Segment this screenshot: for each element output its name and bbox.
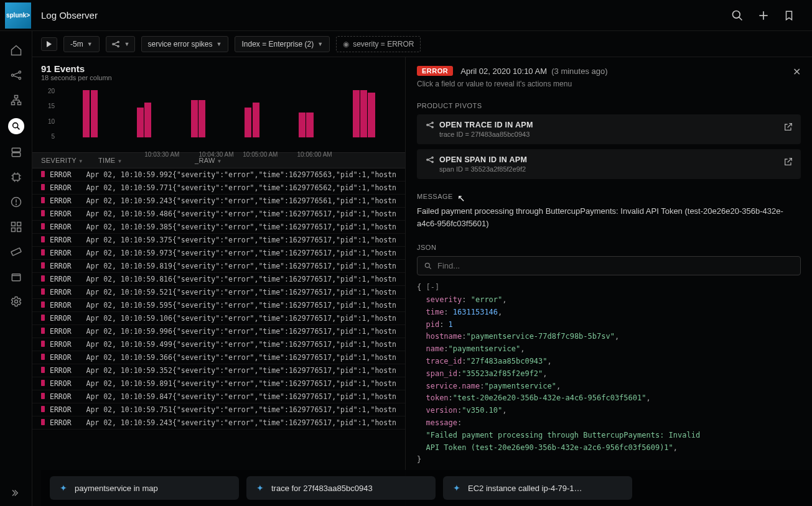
- detail-hint: Click a field or value to reveal it's ac…: [417, 80, 801, 88]
- search-icon[interactable]: [731, 9, 744, 22]
- table-row[interactable]: ERRORApr 02, 10:10:59.751{"severity":"er…: [32, 403, 405, 416]
- alert-icon[interactable]: [9, 195, 23, 209]
- server-icon[interactable]: [9, 145, 23, 159]
- log-observer-icon[interactable]: [8, 118, 24, 134]
- json-find-input[interactable]: [417, 256, 801, 275]
- bookmark-icon[interactable]: [783, 9, 796, 22]
- json-section-title: JSON: [417, 244, 801, 251]
- svg-line-43: [114, 42, 118, 44]
- external-link-icon[interactable]: [783, 122, 793, 132]
- svg-point-6: [19, 77, 21, 79]
- settings-icon[interactable]: [9, 295, 23, 308]
- svg-rect-37: [12, 274, 20, 281]
- table-row[interactable]: ERRORApr 02, 10:10:59.973{"severity":"er…: [32, 247, 405, 260]
- svg-rect-18: [12, 148, 20, 152]
- table-row[interactable]: ERRORApr 02, 10:10:59.352{"severity":"er…: [32, 364, 405, 377]
- table-row[interactable]: ERRORApr 02, 10:10:59.819{"severity":"er…: [32, 260, 405, 273]
- pivot-title-text: OPEN SPAN ID IN APM: [439, 155, 527, 164]
- time-range-label: -5m: [70, 40, 83, 48]
- side-nav: [0, 31, 32, 506]
- pivot-open-trace[interactable]: OPEN TRACE ID IN APM trace ID = 27f483aa…: [417, 114, 801, 144]
- severity-chip[interactable]: ◉severity = ERROR: [336, 36, 421, 52]
- svg-point-4: [11, 74, 13, 76]
- filter-label: Index = Enterprise (2): [241, 40, 314, 48]
- svg-rect-36: [11, 248, 21, 255]
- query-toolbar: -5m▼ ▼ service error spikes▼ Index = Ent…: [32, 31, 812, 57]
- svg-rect-10: [11, 102, 14, 104]
- svg-point-50: [427, 159, 428, 160]
- chip-label: severity = ERROR: [353, 40, 414, 48]
- svg-line-7: [13, 73, 18, 75]
- ruler-icon[interactable]: [9, 245, 23, 259]
- svg-point-46: [432, 122, 433, 123]
- svg-rect-20: [13, 174, 19, 180]
- graph-type-picker[interactable]: ▼: [106, 36, 135, 52]
- suggestion-card[interactable]: ✦paymentservice in map: [50, 476, 239, 500]
- events-pane: 91 Events 18 seconds per column 2015105 …: [32, 57, 406, 506]
- table-row[interactable]: ERRORApr 02, 10:10:59.992{"severity":"er…: [32, 168, 405, 182]
- graph-icon: ✦: [60, 483, 67, 493]
- filter-index[interactable]: Index = Enterprise (2)▼: [235, 36, 330, 52]
- table-row[interactable]: ERRORApr 02, 10:10:59.816{"severity":"er…: [32, 273, 405, 286]
- message-text[interactable]: Failed payment processing through Butter…: [417, 205, 801, 230]
- table-row[interactable]: ERRORApr 02, 10:10:59.243{"severity":"er…: [32, 416, 405, 430]
- time-range-picker[interactable]: -5m▼: [63, 36, 100, 52]
- table-row[interactable]: ERRORApr 02, 10:10:59.243{"severity":"er…: [32, 195, 405, 208]
- table-row[interactable]: ERRORApr 02, 10:10:59.486{"severity":"er…: [32, 208, 405, 221]
- play-button[interactable]: [41, 37, 57, 51]
- suggestion-card[interactable]: ✦trace for 27f483aa85bc0943: [246, 476, 436, 500]
- find-field[interactable]: [437, 261, 794, 270]
- svg-point-55: [425, 263, 429, 267]
- suggestion-card[interactable]: ✦EC2 instance called ip-4-79-1…: [443, 476, 632, 500]
- table-row[interactable]: ERRORApr 02, 10:10:59.595{"severity":"er…: [32, 299, 405, 312]
- table-row[interactable]: ERRORApr 02, 10:10:59.499{"severity":"er…: [32, 338, 405, 351]
- svg-point-31: [16, 204, 16, 205]
- filter-service-error-spikes[interactable]: service error spikes▼: [141, 36, 229, 52]
- home-icon[interactable]: [9, 44, 23, 57]
- events-subtitle: 18 seconds per column: [41, 74, 396, 81]
- svg-point-39: [14, 300, 17, 303]
- svg-rect-9: [14, 96, 17, 98]
- col-severity[interactable]: SEVERITY▼: [41, 157, 98, 164]
- close-icon[interactable]: ✕: [793, 66, 801, 78]
- svg-line-53: [428, 158, 432, 159]
- expand-sidebar-icon[interactable]: [9, 486, 23, 500]
- severity-badge: ERROR: [417, 66, 453, 76]
- graph-icon[interactable]: [9, 68, 23, 82]
- events-histogram[interactable]: 2015105 10:03:30 AM10:04:30 AM10:05:00 A…: [32, 84, 405, 152]
- pivots-section-title: PRODUCT PIVOTS: [417, 102, 801, 109]
- svg-point-16: [12, 123, 17, 128]
- svg-line-48: [428, 123, 432, 124]
- external-link-icon[interactable]: [783, 157, 793, 167]
- pivot-open-span[interactable]: OPEN SPAN ID IN APM span ID = 35523a2f85…: [417, 149, 801, 179]
- dashboard-icon[interactable]: [9, 220, 23, 234]
- table-row[interactable]: ERRORApr 02, 10:10:59.106{"severity":"er…: [32, 312, 405, 325]
- table-row[interactable]: ERRORApr 02, 10:10:59.847{"severity":"er…: [32, 390, 405, 403]
- table-row[interactable]: ERRORApr 02, 10:10:59.521{"severity":"er…: [32, 286, 405, 299]
- svg-point-51: [432, 157, 433, 158]
- pivot-title-text: OPEN TRACE ID IN APM: [439, 121, 533, 129]
- table-row[interactable]: ERRORApr 02, 10:10:59.891{"severity":"er…: [32, 377, 405, 390]
- graph-icon: ✦: [453, 483, 460, 493]
- svg-rect-35: [17, 228, 21, 232]
- cpu-icon[interactable]: [9, 170, 23, 184]
- table-row[interactable]: ERRORApr 02, 10:10:59.771{"severity":"er…: [32, 182, 405, 195]
- suggestion-text: paymentservice in map: [75, 484, 158, 493]
- svg-line-49: [428, 126, 432, 127]
- table-row[interactable]: ERRORApr 02, 10:10:59.375{"severity":"er…: [32, 234, 405, 247]
- page-title: Log Observer: [41, 10, 98, 21]
- tree-icon[interactable]: [9, 93, 23, 107]
- svg-point-45: [427, 124, 428, 126]
- json-viewer[interactable]: { [-] severity: "error", time: 163115314…: [417, 282, 801, 466]
- svg-point-47: [432, 126, 433, 127]
- message-section-title: MESSAGE: [417, 193, 801, 200]
- table-row[interactable]: ERRORApr 02, 10:10:59.385{"severity":"er…: [32, 221, 405, 234]
- table-row[interactable]: ERRORApr 02, 10:10:59.996{"severity":"er…: [32, 325, 405, 338]
- archive-icon[interactable]: [9, 270, 23, 283]
- add-icon[interactable]: [757, 9, 770, 22]
- graph-icon: ✦: [256, 483, 264, 493]
- table-row[interactable]: ERRORApr 02, 10:10:59.366{"severity":"er…: [32, 351, 405, 364]
- svg-line-56: [429, 267, 431, 269]
- eye-icon: ◉: [343, 40, 349, 48]
- detail-timestamp: April 02, 2020 10:10 AM (3 minutes ago): [460, 67, 607, 76]
